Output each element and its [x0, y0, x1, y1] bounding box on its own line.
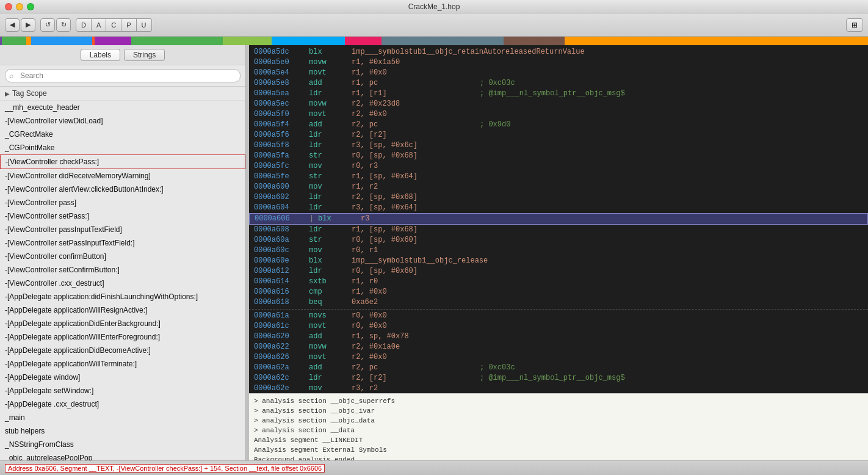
code-line[interactable]: 0000a60astrr0, [sp, #0x60] [249, 235, 868, 245]
forward-button[interactable]: ▶ [21, 18, 35, 32]
code-mnemonic: ldr [309, 140, 352, 151]
code-mnemonic: movt [309, 68, 352, 78]
code-line[interactable]: 0000a618beq0xa6e2 [249, 297, 868, 308]
sidebar-item[interactable]: stub helpers [0, 424, 245, 438]
tag-scope-label: Tag Scope [12, 89, 47, 98]
code-address: 0000a608 [254, 225, 309, 235]
colorbar-segment [504, 37, 565, 45]
sidebar-item[interactable]: -[ViewController didReceiveMemoryWarning… [0, 169, 245, 183]
code-line[interactable]: 0000a62aaddr2, pc; 0xc03c [249, 363, 868, 373]
code-mnemonic: str [309, 235, 352, 245]
code-line[interactable]: 0000a612ldrr0, [sp, #0x60] [249, 266, 868, 277]
sidebar-item[interactable]: -[ViewController viewDidLoad] [0, 114, 245, 128]
sidebar-item[interactable]: _NSStringFromClass [0, 438, 245, 451]
code-mnemonic: add [309, 120, 352, 130]
sidebar-item[interactable]: -[ViewController checkPass:] [0, 154, 245, 169]
mode-c-button[interactable]: C [106, 18, 121, 32]
tab-labels[interactable]: Labels [81, 49, 120, 61]
mode-p-button[interactable]: P [121, 18, 136, 32]
tab-strings[interactable]: Strings [124, 49, 165, 61]
tag-scope[interactable]: ▶ Tag Scope [0, 87, 245, 101]
code-area[interactable]: 0000a5d6strr3, [sp, #0x6c]0000a5d8blxr20… [249, 45, 868, 393]
code-line[interactable]: 0000a5ecmovwr2, #0x23d8 [249, 99, 868, 109]
log-line: > analysis section __objc_ivar [254, 406, 863, 416]
sidebar-item[interactable]: -[ViewController setPass:] [0, 209, 245, 223]
tag-scope-arrow: ▶ [5, 90, 10, 97]
close-button[interactable] [5, 3, 12, 10]
sidebar-item[interactable]: -[ViewController passInputTextField] [0, 223, 245, 236]
code-line[interactable]: 0000a5f6ldrr2, [r2] [249, 130, 868, 140]
code-line[interactable]: 0000a5e4movtr1, #0x0 [249, 68, 868, 78]
sidebar-item[interactable]: -[AppDelegate applicationDidEnterBackgro… [0, 317, 245, 330]
code-line[interactable]: 0000a622movwr2, #0x1a0e [249, 342, 868, 352]
sidebar-item[interactable]: _main [0, 411, 245, 424]
code-line[interactable]: 0000a62cldrr2, [r2]; @imp___nl_symbol_pt… [249, 373, 868, 383]
sidebar-item[interactable]: -[ViewController pass] [0, 196, 245, 209]
code-line[interactable]: 0000a5fcmovr0, r3 [249, 161, 868, 172]
sidebar-item[interactable]: -[AppDelegate applicationWillEnterForegr… [0, 330, 245, 344]
sidebar-item[interactable]: -[AppDelegate setWindow:] [0, 384, 245, 397]
code-line[interactable]: 0000a600movr1, r2 [249, 182, 868, 192]
search-input[interactable] [5, 69, 241, 82]
code-line[interactable]: 0000a616cmpr1, #0x0 [249, 287, 868, 297]
code-line[interactable]: 0000a60cmovr0, r1 [249, 245, 868, 256]
code-line[interactable]: 0000a5fastrr0, [sp, #0x68] [249, 151, 868, 161]
code-line[interactable]: 0000a5e8addr1, pc; 0xc03c [249, 78, 868, 89]
mode-d-button[interactable]: D [76, 18, 92, 32]
code-line[interactable]: 0000a614sxtbr1, r0 [249, 277, 868, 287]
code-line[interactable]: 0000a620addr1, sp, #0x78 [249, 332, 868, 342]
code-line[interactable]: 0000a606|blxr3 [249, 213, 868, 225]
sidebar-item[interactable]: -[AppDelegate applicationDidBecomeActive… [0, 344, 245, 357]
minimize-button[interactable] [16, 3, 23, 10]
code-line[interactable]: 0000a5f8ldrr3, [sp, #0x6c] [249, 140, 868, 151]
code-line[interactable]: 0000a602ldrr2, [sp, #0x68] [249, 192, 868, 203]
back-button[interactable]: ◀ [5, 18, 20, 32]
titlebar: CrackMe_1.hop [0, 0, 868, 13]
sidebar-item[interactable]: -[AppDelegate application:didFinishLaunc… [0, 290, 245, 303]
code-mnemonic: blx [309, 47, 352, 57]
panel-button[interactable]: ⊞ [846, 18, 863, 32]
mode-u-button[interactable]: U [137, 18, 152, 32]
code-line[interactable]: 0000a61amovsr0, #0x0 [249, 311, 868, 321]
code-line[interactable]: 0000a5f4addr2, pc; 0x9d0 [249, 120, 868, 130]
sidebar-item[interactable]: -[AppDelegate applicationWillResignActiv… [0, 303, 245, 317]
code-line[interactable]: 0000a5ealdrr1, [r1]; @imp___nl_symbol_pt… [249, 89, 868, 99]
sidebar-item[interactable]: __mh_execute_header [0, 101, 245, 114]
colorbar-segment [131, 37, 223, 45]
sidebar-item[interactable]: _CGPointMake [0, 141, 245, 154]
code-line[interactable]: 0000a61cmovtr0, #0x0 [249, 321, 868, 332]
sidebar-item[interactable]: -[ViewController setConfirmButton:] [0, 263, 245, 277]
sidebar-item[interactable]: -[AppDelegate .cxx_destruct] [0, 397, 245, 411]
code-operands: r0, [sp, #0x68] [352, 151, 474, 161]
code-line[interactable]: 0000a62emovr3, r2 [249, 383, 868, 393]
code-line[interactable]: 0000a604ldrr3, [sp, #0x64] [249, 203, 868, 213]
sidebar-item[interactable]: -[ViewController confirmButton] [0, 250, 245, 263]
code-mnemonic: ldr [309, 203, 352, 213]
sidebar-item[interactable]: -[ViewController .cxx_destruct] [0, 277, 245, 290]
code-operands: r1, pc [352, 78, 474, 89]
code-mnemonic: add [309, 78, 352, 89]
code-line[interactable]: 0000a608ldrr1, [sp, #0x68] [249, 225, 868, 235]
maximize-button[interactable] [27, 3, 34, 10]
sidebar-item[interactable]: -[AppDelegate applicationWillTerminate:] [0, 357, 245, 371]
sidebar-item[interactable]: -[ViewController setPassInputTextField:] [0, 236, 245, 250]
code-mnemonic: movt [309, 321, 352, 332]
code-line[interactable]: 0000a5dcblximp___symbolstub1__objc_retai… [249, 47, 868, 57]
code-line[interactable]: 0000a5festrr1, [sp, #0x64] [249, 172, 868, 182]
log-line: Analysis segment __LINKEDIT [254, 435, 863, 445]
refresh-button[interactable]: ↺ [40, 18, 55, 32]
code-mnemonic: str [309, 172, 352, 182]
code-line[interactable]: 0000a5e0movwr1, #0x1a50 [249, 57, 868, 68]
reload-button[interactable]: ↻ [56, 18, 71, 32]
sidebar-item[interactable]: _objc_autoreleasePoolPop [0, 451, 245, 460]
sidebar-item[interactable]: _CGRectMake [0, 128, 245, 141]
code-operands: imp___symbolstub1__objc_retainAutoreleas… [352, 47, 585, 57]
sidebar-item[interactable]: -[AppDelegate window] [0, 371, 245, 384]
code-line[interactable]: 0000a626movtr2, #0x0 [249, 352, 868, 363]
code-mnemonic: blx [318, 214, 361, 224]
sidebar-item[interactable]: -[ViewController alertView:clickedButton… [0, 183, 245, 196]
code-line[interactable]: 0000a5f0movtr2, #0x0 [249, 109, 868, 120]
code-address: 0000a5e4 [254, 68, 309, 78]
code-line[interactable]: 0000a60eblximp___symbolstub1__objc_relea… [249, 256, 868, 266]
mode-a-button[interactable]: A [92, 18, 106, 32]
